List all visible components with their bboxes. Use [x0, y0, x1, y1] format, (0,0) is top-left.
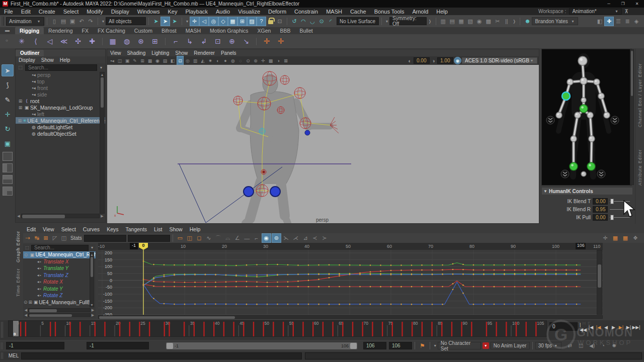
ge-menu-edit[interactable]: Edit	[23, 226, 39, 232]
menu-arnold[interactable]: Arnold	[408, 8, 432, 15]
humanik-icon[interactable]: ✚	[604, 17, 614, 26]
ipr-render-icon[interactable]: ▦	[457, 17, 466, 26]
exposure-icon[interactable]: ◐	[407, 56, 413, 65]
ge-filter-icon[interactable]: ⬚	[24, 243, 30, 252]
current-frame-field[interactable]: 0	[549, 322, 578, 331]
ge-search-caret-icon[interactable]: ▾	[90, 245, 95, 250]
ge-tree-item-rotate-x[interactable]: ◄▪Rotate X	[23, 279, 96, 286]
expand-toggle-icon[interactable]: ⊞	[18, 105, 23, 110]
expand-toggle-icon[interactable]: ⊞	[18, 99, 23, 104]
ik-handle-icon[interactable]: ⟨	[29, 35, 42, 47]
tool-settings-icon[interactable]: ◈	[632, 17, 641, 26]
wireframe-icon[interactable]: ◐	[214, 56, 221, 65]
ik-toggle-icon[interactable]: ◡	[308, 17, 317, 26]
ao-icon[interactable]: ⊛	[252, 56, 259, 65]
joint-size-icon[interactable]: ↘	[239, 35, 253, 47]
outliner-hscroll-left-icon[interactable]: ◀	[16, 214, 21, 218]
ge-tree-item-ue4-mannequin-ctrl-righ[interactable]: ⊙▣UE4_Mannequin_Ctrl_Righ	[23, 251, 96, 258]
ge-tree-hscrollbar2[interactable]	[28, 313, 91, 317]
anim-layer-dropdown[interactable]: No Anim Layer	[491, 342, 530, 349]
viewport-menu-renderer[interactable]: Renderer	[191, 50, 218, 56]
ge-tree-item-translate-x[interactable]: ◄▪Translate X	[23, 258, 96, 265]
light-editor-icon[interactable]: ▩	[484, 17, 493, 26]
ge-tree-item-rotate-y[interactable]: ◄▪Rotate Y	[23, 286, 96, 293]
curve-toggle-icon[interactable]: ◜	[326, 17, 335, 26]
select-tool[interactable]: ➤	[2, 64, 14, 76]
shelf-tab-mash[interactable]: MASH	[181, 27, 205, 34]
stats-value-field[interactable]	[128, 235, 170, 242]
outliner-item-front[interactable]: ▪◂front	[16, 84, 105, 91]
graph-editor-tab[interactable]: Graph Editor	[16, 226, 21, 262]
param-value-field[interactable]: 0.95	[593, 206, 608, 213]
frame-playback-icon[interactable]: ◫	[185, 234, 194, 242]
maximize-button[interactable]: ❐	[616, 0, 630, 8]
interactive-bind-icon[interactable]: ✚	[86, 35, 99, 47]
ge-menu-tangents[interactable]: Tangents	[122, 226, 150, 232]
insert-keys-tool-icon[interactable]: ↹	[32, 234, 41, 242]
isolate-curve-icon[interactable]: ◉	[262, 233, 271, 243]
menu-audio[interactable]: Audio	[212, 8, 234, 15]
viewport-menu-show[interactable]: Show	[172, 50, 191, 56]
playback-start-field[interactable]: -1	[87, 342, 149, 349]
launch-arnold-icon[interactable]: ✂	[493, 17, 502, 26]
ge-tree-item-rotate-z[interactable]: ◄▪Rotate Z	[23, 292, 96, 299]
auto-key-icon[interactable]: ⚑	[420, 342, 425, 349]
right-tab-attribute-editor[interactable]: Attribute Editor	[637, 130, 642, 186]
menu-modify[interactable]: Modify	[83, 8, 107, 15]
menu-deform[interactable]: Deform	[264, 8, 290, 15]
file-open-icon[interactable]: ▤	[59, 17, 68, 26]
viewport-menu-lighting[interactable]: Lighting	[148, 50, 172, 56]
menu-set-dropdown[interactable]: Animation▾	[6, 17, 44, 26]
shelf-tab-fx-caching[interactable]: FX Caching	[93, 27, 130, 34]
hypershade-icon[interactable]: ◉	[475, 17, 484, 26]
menu-file[interactable]: File	[0, 8, 17, 15]
center-current-time-icon[interactable]: ◻	[195, 234, 204, 242]
expand-toggle-icon[interactable]: ⊞	[18, 118, 22, 123]
help-line[interactable]	[305, 352, 642, 359]
menu-create[interactable]: Create	[35, 8, 59, 15]
playback-loop-icon[interactable]: ⇄	[566, 341, 575, 350]
layout-preset-4[interactable]	[3, 187, 13, 196]
live-surface-field[interactable]: No Live Surface	[337, 17, 379, 25]
playback-end-field[interactable]: 106	[363, 342, 386, 349]
stats-frame-field[interactable]	[84, 235, 126, 242]
param-value-field[interactable]: 0.00	[593, 198, 608, 205]
slider-handle[interactable]	[610, 215, 614, 220]
menu-visualize[interactable]: Visualize	[234, 8, 264, 15]
redo-icon[interactable]: ↷	[86, 17, 95, 26]
outliner-item-defaultLightSet[interactable]: ◍defaultLightSet	[16, 124, 105, 130]
shadows-icon[interactable]: ⊙	[245, 56, 252, 65]
step-back-key-button[interactable]: |◀	[595, 322, 602, 333]
outliner-item-UE4_Mannequin_Ctrl_Reference[interactable]: ⊞✳UE4_Mannequin_Ctrl_Reference	[16, 117, 105, 124]
outliner-item-persp[interactable]: ▪◂persp	[16, 71, 105, 78]
safe-title-icon[interactable]: ✷	[207, 56, 214, 65]
exposure-field[interactable]: 0.00	[414, 57, 430, 64]
outliner-item-side[interactable]: ▪◂side	[16, 91, 105, 98]
ge-hscrollbar[interactable]	[98, 315, 603, 319]
blend-shape-icon[interactable]: ⊞	[148, 35, 162, 47]
clamped-tangent-icon[interactable]: ⌓	[223, 234, 232, 242]
ge-menu-list[interactable]: List	[150, 226, 166, 232]
collapse-caret-icon[interactable]: ▼	[542, 189, 549, 194]
workspace-dropdown[interactable]: Animation*▾	[569, 8, 622, 15]
move-keys-tool-icon[interactable]: ⇢	[23, 234, 32, 242]
lights-icon[interactable]: ◌	[237, 56, 244, 65]
gamma-icon[interactable]: ◑	[430, 56, 437, 65]
shelf-tab-bullet[interactable]: Bullet	[295, 27, 317, 34]
close-button[interactable]: ✕	[630, 0, 644, 8]
step-tangent-icon[interactable]: ⌐	[252, 234, 261, 242]
animation-prefs-icon[interactable]: ◔	[599, 341, 608, 350]
free-tangent-weight-icon[interactable]: ⊿	[301, 234, 310, 242]
linear-tangent-icon[interactable]: ∠	[233, 234, 242, 242]
render-history-icon[interactable]: ◠	[299, 17, 308, 26]
lock-camera-icon[interactable]: ◫	[116, 56, 123, 65]
highlight-selection-icon[interactable]: ⊡	[275, 17, 284, 26]
buffer-snapshot-icon[interactable]: ⊚	[272, 233, 281, 243]
outliner-menu-display[interactable]: Display	[16, 57, 38, 63]
menu-windows[interactable]: Windows	[133, 8, 164, 15]
menu-mash[interactable]: MASH	[322, 8, 346, 15]
create-joint-icon[interactable]: ✳	[15, 35, 28, 47]
mirror-joint-icon[interactable]: ⊡	[211, 35, 224, 47]
file-new-icon[interactable]: ▯	[50, 17, 59, 26]
step-forward-frame-button[interactable]: ▶|	[625, 322, 632, 333]
